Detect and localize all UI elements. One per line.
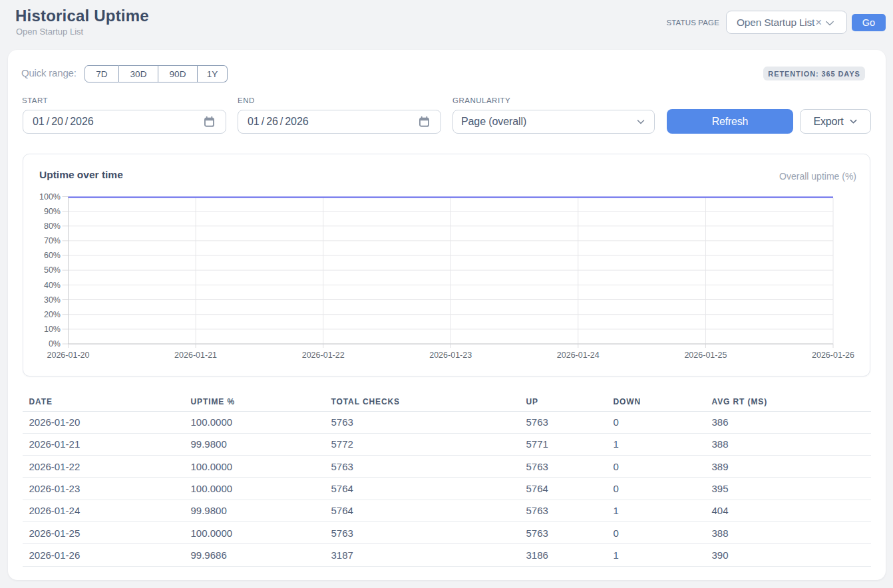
svg-text:0%: 0% — [49, 339, 61, 349]
svg-text:40%: 40% — [44, 281, 61, 290]
svg-text:10%: 10% — [44, 325, 61, 334]
svg-text:2026-01-22: 2026-01-22 — [302, 351, 345, 360]
svg-text:2026-01-23: 2026-01-23 — [429, 351, 472, 360]
svg-text:20%: 20% — [44, 310, 61, 319]
svg-text:2026-01-24: 2026-01-24 — [557, 351, 600, 360]
svg-text:50%: 50% — [44, 265, 61, 275]
svg-text:2026-01-26: 2026-01-26 — [812, 351, 854, 360]
svg-text:70%: 70% — [44, 236, 61, 245]
svg-text:30%: 30% — [44, 295, 61, 305]
svg-text:2026-01-25: 2026-01-25 — [684, 351, 727, 360]
svg-text:60%: 60% — [44, 251, 61, 260]
svg-text:80%: 80% — [44, 221, 61, 231]
svg-text:90%: 90% — [44, 207, 61, 216]
svg-text:100%: 100% — [39, 192, 61, 202]
svg-text:2026-01-20: 2026-01-20 — [47, 351, 90, 360]
svg-text:2026-01-21: 2026-01-21 — [174, 351, 217, 360]
